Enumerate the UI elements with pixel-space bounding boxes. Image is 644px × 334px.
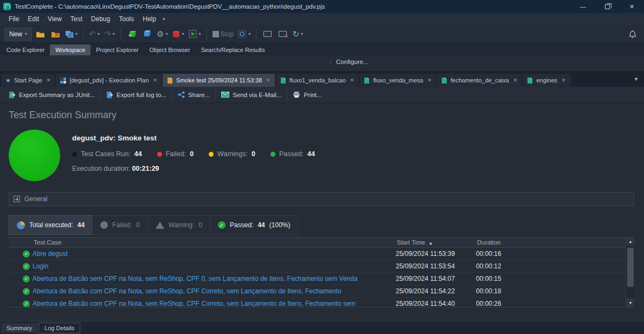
scroll-down-icon[interactable]: ▼ [626,298,634,307]
scrollbar-thumb[interactable] [627,248,634,287]
close-icon[interactable]: ✕ [47,78,51,83]
pie-chart-icon [17,221,25,229]
menu-help[interactable]: Help [138,14,160,24]
column-start-time[interactable]: Start Time▲ [396,239,476,246]
export-junit-button[interactable]: Export Summary as JUnit... [3,87,100,102]
tab-project-explorer[interactable]: Project Explorer [91,44,144,55]
tab-summary[interactable]: Summary [1,323,37,333]
passed-check-icon: ✓ [23,263,30,270]
table-row[interactable]: ✓ Abertura de Balcão com CPF na Nota, se… [9,298,634,307]
run-icon [189,30,197,38]
table-row[interactable]: ✓ Abertura de Balcão sem CPF na Nota, se… [9,273,634,285]
table-row[interactable]: ✓ Abertura de Balcão com CPF na Nota, se… [9,285,634,298]
test-case-link[interactable]: Abertura de Balcão com CPF na Nota, sem … [33,300,396,307]
passed-check-icon: ✓ [23,300,30,307]
close-icon[interactable]: ✕ [153,78,158,83]
doc-tab-fluxo1-venda-balcao[interactable]: fluxo1_venda_balcao ✕ [276,74,359,87]
stat-failed: Failed: 0 [157,150,194,158]
table-row[interactable]: ✓ Abre degust 25/09/2024 11:53:39 00:00:… [9,248,634,260]
tab-object-browser[interactable]: Object Browser [144,44,195,55]
menubar: File Edit View Test Debug Tools Help ▾ [0,13,644,25]
summary-block: degust_pdv: Smoke test Test Cases Run: 4… [9,130,644,181]
titlebar: TestComplete - C:\automacao\LinxDegustPD… [0,0,644,13]
restore-button[interactable] [595,0,620,13]
minimize-button[interactable]: — [571,0,595,13]
doc-tab-execution-plan[interactable]: [degust_pdv] - Execution Plan ✕ [56,74,162,87]
scroll-up-icon[interactable]: ▲ [626,237,634,246]
new-button[interactable]: New ▾ [4,28,32,41]
menu-customize-caret-icon[interactable]: ▾ [163,16,165,22]
export-log-icon [106,91,113,99]
close-icon[interactable]: ✕ [266,78,271,83]
drag-handle-icon[interactable]: ⁞ [330,59,332,65]
menu-file[interactable]: File [4,14,23,24]
close-icon[interactable]: ✕ [350,78,355,83]
workspace-toolbar: ⁞ Configure... [0,55,644,72]
stop-button[interactable]: Stop [211,27,236,41]
doc-tab-start-page[interactable]: ★ Start Page ✕ [1,74,55,87]
print-button[interactable]: Print... [287,87,327,102]
menu-view[interactable]: View [43,14,66,24]
menu-debug[interactable]: Debug [87,14,114,24]
menu-test[interactable]: Test [66,14,87,24]
tab-list-dropdown-icon[interactable]: ▼ [629,76,643,82]
checkpoint-wizard-button[interactable]: ⚙ ▾ [155,27,169,41]
menu-tools[interactable]: Tools [114,14,138,24]
run-options-button[interactable]: ▾ [236,27,252,41]
close-icon[interactable]: ✕ [513,78,518,83]
filter-tab-warning[interactable]: Warning: 0 [147,215,210,235]
stop-icon [212,31,219,37]
close-icon[interactable]: ✕ [562,78,566,83]
table-row[interactable]: ✓ Login 25/09/2024 11:53:54 00:00:12 [9,260,634,273]
filter-tab-total[interactable]: Total executed: 44 [9,215,93,235]
configure-link[interactable]: Configure... [336,59,368,65]
vertical-scrollbar[interactable]: ▲ ▼ [626,237,634,307]
save-all-button[interactable]: ▾ [63,27,79,41]
close-file-button[interactable] [48,27,62,41]
filter-tab-failed[interactable]: Failed: 0 [92,215,148,235]
undo-button[interactable]: ↶ ▾ [87,27,101,41]
show-desktop-button[interactable] [260,27,274,41]
general-section-header[interactable]: General [9,192,634,206]
document-tab-strip: ★ Start Page ✕ [degust_pdv] - Execution … [0,72,644,87]
send-email-button[interactable]: Send via E-Mail... [216,87,287,102]
test-case-link[interactable]: Abertura de Balcão com CPF na Nota, sem … [33,287,396,295]
stat-warnings: Warnings: 0 [209,150,255,158]
chevron-down-icon: ▾ [248,31,250,36]
toolbar-separator [120,29,121,40]
test-case-link[interactable]: Login [33,262,396,270]
column-duration[interactable]: Duration [476,239,634,246]
test-case-link[interactable]: Abertura de Balcão sem CPF na Nota, sem … [33,275,396,282]
add-item-button[interactable] [125,27,139,41]
tab-log-details[interactable]: Log Details [38,323,80,333]
record-test-button[interactable]: ▾ [171,27,186,41]
open-file-button[interactable] [33,27,47,41]
tab-code-explorer[interactable]: Code Explorer [1,44,50,55]
notifications-button[interactable] [626,27,640,41]
close-windows-button[interactable] [275,27,289,41]
share-button[interactable]: Share... [172,87,215,102]
object-spy-button[interactable] [140,27,154,41]
test-case-link[interactable]: Abre degust [33,250,396,258]
script-file-icon [280,77,286,84]
doc-tab-fluxo-venda-mesa[interactable]: fluxo_venda_mesa ✕ [359,74,436,87]
redo-button[interactable]: ↷ ▾ [102,27,117,41]
doc-tab-engines[interactable]: engines ✕ [523,74,570,87]
passed-check-icon: ✓ [23,251,30,258]
test-log-icon [167,77,173,84]
filter-tab-passed[interactable]: ✓ Passed: 44 (100%) [210,215,298,235]
close-button[interactable]: ✕ [620,0,644,13]
run-test-button[interactable]: ▾ [187,27,203,41]
column-test-case[interactable]: Test Case [33,239,396,246]
expand-icon[interactable] [14,196,20,202]
doc-tab-smoke-test-log[interactable]: Smoke test 25/09/2024 11:53:38 ✕ [163,74,275,87]
doc-tab-fechamento-de-caixa[interactable]: fechamento_de_caixa ✕ [437,74,521,87]
tab-search-replace-results[interactable]: Search/Replace Results [196,44,271,55]
share-icon [178,91,185,98]
tab-workspace[interactable]: Workspace [50,44,91,55]
close-icon[interactable]: ✕ [428,78,432,83]
rerun-button[interactable]: ↻ ▾ [291,27,305,41]
export-junit-icon [9,91,16,99]
menu-edit[interactable]: Edit [23,14,43,24]
export-log-button[interactable]: Export full log to... [101,87,172,102]
